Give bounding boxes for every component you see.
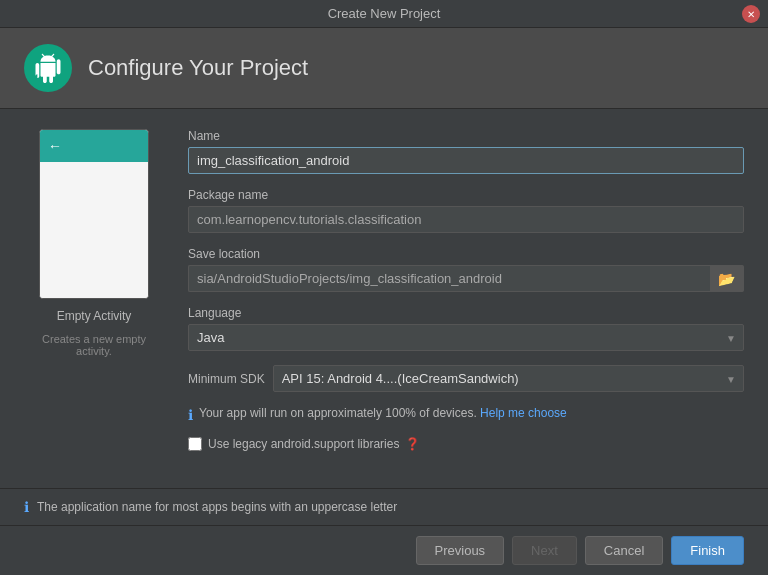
header: Configure Your Project (0, 28, 768, 109)
close-icon: ✕ (747, 9, 755, 20)
help-me-choose-link[interactable]: Help me choose (480, 406, 567, 420)
activity-description: Creates a new empty activity. (24, 333, 164, 357)
language-select-wrapper: Java Kotlin ▼ (188, 324, 744, 351)
activity-label: Empty Activity (57, 309, 132, 323)
next-button: Next (512, 536, 577, 565)
folder-icon: 📂 (718, 271, 735, 287)
minimum-sdk-select-wrapper: API 15: Android 4....(IceCreamSandwich) … (273, 365, 744, 392)
minimum-sdk-label: Minimum SDK (188, 372, 265, 386)
folder-browse-button[interactable]: 📂 (710, 265, 744, 292)
bottom-info-text: The application name for most apps begin… (37, 500, 397, 514)
info-icon: ℹ (188, 407, 193, 423)
device-coverage-text: Your app will run on approximately 100% … (199, 406, 567, 420)
name-label: Name (188, 129, 744, 143)
package-name-input[interactable] (188, 206, 744, 233)
previous-button[interactable]: Previous (416, 536, 505, 565)
android-logo (24, 44, 72, 92)
close-button[interactable]: ✕ (742, 5, 760, 23)
package-name-form-group: Package name (188, 188, 744, 233)
android-icon (33, 53, 63, 83)
language-label: Language (188, 306, 744, 320)
back-arrow-icon: ← (48, 138, 62, 154)
language-form-group: Language Java Kotlin ▼ (188, 306, 744, 351)
bottom-info-icon: ℹ (24, 499, 29, 515)
legacy-support-checkbox[interactable] (188, 437, 202, 451)
bottom-info-bar: ℹ The application name for most apps beg… (0, 488, 768, 525)
name-form-group: Name (188, 129, 744, 174)
main-content: ← Empty Activity Creates a new empty act… (0, 109, 768, 488)
coverage-percentage: 100% (385, 406, 416, 420)
legacy-support-label[interactable]: Use legacy android.support libraries (208, 437, 399, 451)
save-location-input[interactable] (188, 265, 710, 292)
name-input[interactable] (188, 147, 744, 174)
device-coverage-info: ℹ Your app will run on approximately 100… (188, 406, 744, 423)
minimum-sdk-select[interactable]: API 15: Android 4....(IceCreamSandwich) … (273, 365, 744, 392)
dialog-title: Create New Project (328, 6, 441, 21)
cancel-button[interactable]: Cancel (585, 536, 663, 565)
title-bar: Create New Project ✕ (0, 0, 768, 28)
header-title: Configure Your Project (88, 55, 308, 81)
legacy-support-checkbox-row: Use legacy android.support libraries ❓ (188, 437, 744, 451)
save-location-wrapper: 📂 (188, 265, 744, 292)
phone-preview: ← (39, 129, 149, 299)
phone-body (40, 162, 148, 298)
finish-button[interactable]: Finish (671, 536, 744, 565)
help-circle-icon[interactable]: ❓ (405, 437, 420, 451)
footer: Previous Next Cancel Finish (0, 525, 768, 575)
right-panel: Name Package name Save location 📂 Langua… (188, 129, 744, 468)
minimum-sdk-row: Minimum SDK API 15: Android 4....(IceCre… (188, 365, 744, 392)
save-location-label: Save location (188, 247, 744, 261)
language-select[interactable]: Java Kotlin (188, 324, 744, 351)
phone-top-bar: ← (40, 130, 148, 162)
package-name-label: Package name (188, 188, 744, 202)
save-location-form-group: Save location 📂 (188, 247, 744, 292)
left-panel: ← Empty Activity Creates a new empty act… (24, 129, 164, 468)
